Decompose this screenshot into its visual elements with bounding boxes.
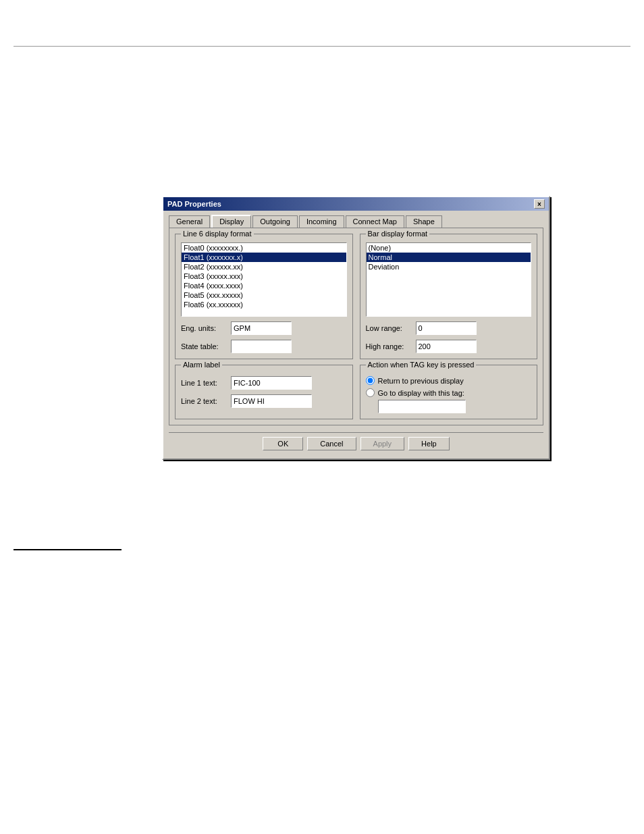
line2-label: Line 2 text: <box>181 397 228 405</box>
action-group-label: Action when TAG key is pressed <box>366 361 477 369</box>
dialog-overlay: PAD Properties × General Display Outgoin <box>162 196 550 460</box>
list-item[interactable]: Float5 (xxx.xxxxx) <box>182 290 346 300</box>
tab-general[interactable]: General <box>169 215 210 228</box>
line6-group: Line 6 display format Float0 (xxxxxxxx.)… <box>175 234 353 359</box>
list-item[interactable]: Float1 (xxxxxxx.x) <box>182 253 346 262</box>
radio-return-previous[interactable] <box>366 376 375 385</box>
radio-return-label: Return to previous display <box>378 377 464 385</box>
list-item[interactable]: Normal <box>367 253 531 262</box>
go-to-display-input[interactable] <box>378 400 466 413</box>
low-range-label: Low range: <box>366 324 413 332</box>
tab-display[interactable]: Display <box>211 215 251 228</box>
eng-units-label: Eng. units: <box>181 324 228 332</box>
list-item[interactable]: Float6 (xx.xxxxxx) <box>182 300 346 309</box>
apply-button[interactable]: Apply <box>360 437 405 450</box>
action-radio-row1: Return to previous display <box>366 376 532 385</box>
list-item[interactable]: Float4 (xxxx.xxxx) <box>182 281 346 290</box>
action-radio-row2: Go to display with this tag: <box>366 388 532 397</box>
tab-connect-map[interactable]: Connect Map <box>346 215 404 228</box>
line1-row: Line 1 text: <box>181 376 347 390</box>
list-item[interactable]: Float3 (xxxxx.xxx) <box>182 271 346 281</box>
eng-units-input[interactable] <box>231 321 292 335</box>
cancel-button[interactable]: Cancel <box>307 437 356 450</box>
eng-units-row: Eng. units: <box>181 321 347 335</box>
tab-row: General Display Outgoing Incoming Connec… <box>169 215 543 228</box>
high-range-row: High range: <box>366 340 532 353</box>
list-item[interactable]: Float0 (xxxxxxxx.) <box>182 243 346 253</box>
radio-go-to-label: Go to display with this tag: <box>378 389 464 397</box>
alarm-group-label: Alarm label <box>181 361 222 369</box>
low-range-input[interactable] <box>416 321 477 335</box>
button-row: OK Cancel Apply Help <box>169 432 543 453</box>
high-range-input[interactable] <box>416 340 477 353</box>
state-table-row: State table: <box>181 340 347 353</box>
list-item[interactable]: Float2 (xxxxxx.xx) <box>182 262 346 271</box>
line1-input[interactable] <box>231 376 312 390</box>
dialog-body: General Display Outgoing Incoming Connec… <box>163 211 549 459</box>
bar-group: Bar display format (None) Normal Deviati… <box>360 234 538 359</box>
tab-incoming[interactable]: Incoming <box>299 215 344 228</box>
help-button[interactable]: Help <box>408 437 450 450</box>
pad-properties-dialog: PAD Properties × General Display Outgoin <box>162 196 550 460</box>
line6-listbox[interactable]: Float0 (xxxxxxxx.) Float1 (xxxxxxx.x) Fl… <box>181 242 347 317</box>
ok-button[interactable]: OK <box>263 437 303 450</box>
bar-listbox[interactable]: (None) Normal Deviation <box>366 242 532 317</box>
bottom-section-row: Alarm label Line 1 text: Line 2 text: <box>175 365 537 419</box>
line6-group-label: Line 6 display format <box>181 230 254 238</box>
dialog-title: PAD Properties <box>167 200 221 208</box>
action-group: Action when TAG key is pressed Return to… <box>360 365 538 419</box>
page-background: PAD Properties × General Display Outgoin <box>0 0 644 834</box>
state-table-input[interactable] <box>231 340 292 353</box>
bar-group-label: Bar display format <box>366 230 430 238</box>
dialog-titlebar: PAD Properties × <box>163 197 549 211</box>
high-range-label: High range: <box>366 342 413 350</box>
line2-row: Line 2 text: <box>181 394 347 408</box>
line1-label: Line 1 text: <box>181 379 228 387</box>
list-item[interactable]: (None) <box>367 243 531 253</box>
state-table-label: State table: <box>181 342 228 350</box>
top-divider <box>14 46 630 47</box>
line2-input[interactable] <box>231 394 312 408</box>
top-section-row: Line 6 display format Float0 (xxxxxxxx.)… <box>175 234 537 359</box>
tab-display-content: Line 6 display format Float0 (xxxxxxxx.)… <box>169 228 543 425</box>
list-item[interactable]: Deviation <box>367 262 531 271</box>
bottom-underline <box>14 549 122 550</box>
low-range-row: Low range: <box>366 321 532 335</box>
radio-go-to-display[interactable] <box>366 388 375 397</box>
alarm-group: Alarm label Line 1 text: Line 2 text: <box>175 365 353 419</box>
tab-outgoing[interactable]: Outgoing <box>252 215 298 228</box>
tab-shape[interactable]: Shape <box>406 215 442 228</box>
close-button[interactable]: × <box>534 199 545 209</box>
